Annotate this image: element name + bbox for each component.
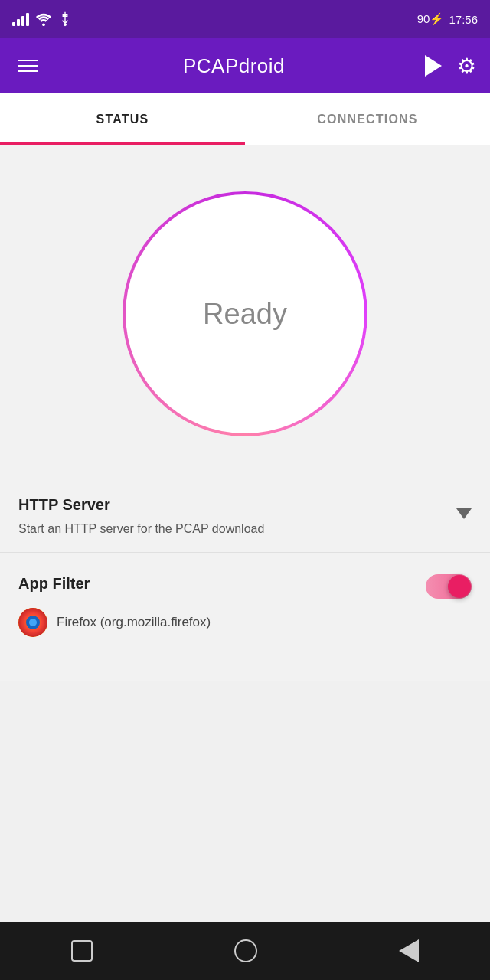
settings-button[interactable]: ⚙ bbox=[457, 54, 476, 79]
menu-button[interactable] bbox=[14, 55, 43, 77]
firefox-app-icon bbox=[18, 608, 47, 637]
status-bar: 90⚡ 17:56 bbox=[0, 0, 490, 38]
http-server-description: Start an HTTP server for the PCAP downlo… bbox=[18, 520, 456, 538]
status-circle-container: Ready bbox=[0, 145, 490, 475]
bottom-navigation bbox=[0, 922, 490, 980]
home-button[interactable] bbox=[234, 939, 257, 962]
recent-apps-button[interactable] bbox=[71, 940, 93, 962]
home-icon bbox=[234, 939, 257, 962]
tab-connections[interactable]: CONNECTIONS bbox=[245, 93, 490, 145]
time-display: 17:56 bbox=[449, 13, 478, 26]
svg-point-0 bbox=[42, 24, 45, 27]
start-capture-button[interactable] bbox=[425, 55, 442, 77]
app-filter-title: App Filter bbox=[18, 575, 90, 593]
http-server-text: HTTP Server Start an HTTP server for the… bbox=[18, 496, 456, 538]
usb-icon bbox=[58, 11, 72, 28]
http-server-title: HTTP Server bbox=[18, 496, 456, 514]
app-bar: PCAPdroid ⚙ bbox=[0, 38, 490, 93]
tab-status[interactable]: STATUS bbox=[0, 93, 245, 145]
http-server-section: HTTP Server Start an HTTP server for the… bbox=[0, 475, 490, 553]
http-server-dropdown[interactable] bbox=[456, 508, 472, 519]
http-server-row: HTTP Server Start an HTTP server for the… bbox=[18, 496, 472, 538]
battery-indicator: 90⚡ bbox=[417, 12, 445, 26]
app-bar-actions: ⚙ bbox=[425, 54, 476, 79]
app-filter-header-row: App Filter bbox=[18, 574, 472, 599]
signal-icon bbox=[12, 12, 29, 26]
status-bar-left bbox=[12, 11, 72, 28]
recent-apps-icon bbox=[71, 940, 93, 962]
status-bar-right: 90⚡ 17:56 bbox=[417, 12, 478, 26]
status-circle: Ready bbox=[122, 191, 368, 436]
back-icon bbox=[399, 939, 419, 962]
svg-point-4 bbox=[29, 619, 37, 626]
app-filter-app-info: Firefox (org.mozilla.firefox) bbox=[18, 608, 472, 637]
app-filter-section: App Filter bbox=[0, 553, 490, 658]
tab-bar: STATUS CONNECTIONS bbox=[0, 93, 490, 145]
status-text: Ready bbox=[203, 298, 287, 331]
toggle-thumb bbox=[448, 575, 471, 598]
firefox-logo-svg bbox=[18, 608, 47, 637]
back-button[interactable] bbox=[399, 939, 419, 962]
app-title: PCAPdroid bbox=[43, 54, 425, 78]
app-filter-app-name: Firefox (org.mozilla.firefox) bbox=[57, 615, 211, 630]
svg-point-1 bbox=[64, 24, 67, 27]
main-content: Ready HTTP Server Start an HTTP server f… bbox=[0, 145, 490, 681]
wifi-icon bbox=[35, 12, 52, 26]
app-filter-toggle[interactable] bbox=[426, 574, 472, 599]
